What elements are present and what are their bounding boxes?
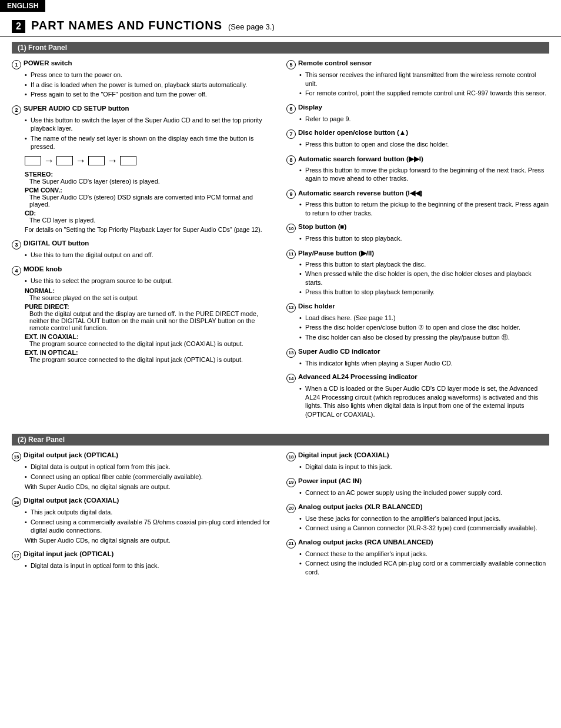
pcm-label: PCM CONV.:: [25, 187, 62, 194]
item-analog-rca: 21 Analog output jacks (RCA UNBALANCED) …: [286, 538, 549, 577]
item-display: 6 Display Refer to page 9.: [286, 104, 549, 124]
mode-knob-bullets: Use this to select the program source to…: [25, 277, 275, 285]
stereo-diagram: → → →: [25, 155, 262, 167]
item-num-6: 6: [286, 104, 296, 114]
item-num-17: 17: [12, 551, 21, 560]
front-panel-content: 1 POWER switch Press once to turn the po…: [12, 59, 549, 424]
item-search-forward: 8 Automatic search forward button (▶▶I) …: [286, 155, 549, 183]
item-stop-btn: 10 Stop button (■) Press this button to …: [286, 223, 549, 243]
display-title: Display: [298, 104, 322, 111]
item-disc-holder: 12 Disc holder Load discs here. (See pag…: [286, 302, 549, 342]
cd-label: CD:: [25, 210, 36, 217]
item-analog-xlr: 20 Analog output jacks (XLR BALANCED) Us…: [286, 503, 549, 533]
rear-panel-content: 15 Digital output jack (OPTICAL) Digital…: [12, 451, 549, 582]
item-num-1: 1: [12, 60, 21, 69]
bullet: Use this button to switch the layer of t…: [25, 116, 275, 133]
do-coaxial-note: With Super Audio CDs, no digital signals…: [25, 536, 275, 545]
item-num-9: 9: [286, 190, 296, 199]
item-num-3: 3: [12, 240, 21, 250]
analog-xlr-title: Analog output jacks (XLR BALANCED): [298, 503, 422, 510]
sacd-indicator-title: Super Audio CD indicator: [298, 348, 380, 355]
search-forward-title: Automatic search forward button (▶▶I): [298, 155, 423, 163]
rear-panel-right: 18 Digital input jack (COAXIAL) Digital …: [286, 451, 549, 582]
al24-indicator-title: Advanced AL24 Processing indicator: [298, 373, 418, 380]
do-coaxial-title: Digital output jack (COAXIAL): [24, 497, 119, 504]
bullet: Use this to select the program source to…: [25, 277, 275, 285]
do-optical-title: Digital output jack (OPTICAL): [24, 451, 118, 458]
item-mode-knob: 4 MODE knob Use this to select the progr…: [12, 265, 275, 364]
page-header: 2 PART NAMES AND FUNCTIONS (See page 3.): [0, 12, 561, 37]
item-remote-sensor: 5 Remote control sensor This sensor rece…: [286, 59, 549, 98]
di-optical-title: Digital input jack (OPTICAL): [24, 550, 113, 557]
item-digital-in-optical: 17 Digital input jack (OPTICAL) Digital …: [12, 550, 275, 570]
page-title: PART NAMES AND FUNCTIONS: [31, 19, 222, 32]
front-panel-right: 5 Remote control sensor This sensor rece…: [286, 59, 549, 424]
sacd-setup-title: SUPER AUDIO CD SETUP button: [24, 105, 129, 112]
item-play-pause: 11 Play/Pause button (▶/II) Press this b…: [286, 249, 549, 297]
item-num-11: 11: [286, 250, 296, 259]
bullet: If a disc is loaded when the power is tu…: [25, 81, 275, 89]
item-num-21: 21: [286, 539, 296, 549]
bullet: The name of the newly set layer is shown…: [25, 134, 275, 151]
analog-rca-title: Analog output jacks (RCA UNBALANCED): [298, 538, 433, 546]
see-page-ref: (See page 3.): [228, 22, 275, 31]
item-num-19: 19: [286, 478, 296, 487]
item-sacd-indicator: 13 Super Audio CD indicator This indicat…: [286, 348, 549, 368]
stereo-label: STEREO:: [25, 171, 53, 178]
item-num-2: 2: [12, 105, 21, 115]
disc-holder-btn-title: Disc holder open/close button (▲): [298, 129, 408, 136]
rear-panel-left: 15 Digital output jack (OPTICAL) Digital…: [12, 451, 275, 582]
search-reverse-title: Automatic search reverse button (I◀◀): [298, 189, 423, 197]
item-power-input: 19 Power input (AC IN) Connect to an AC …: [286, 477, 549, 497]
bullet: Press once to turn the power on.: [25, 71, 275, 79]
rear-panel-header: (2) Rear Panel: [12, 434, 549, 446]
bullet: Use this to turn the digital output on a…: [25, 251, 275, 260]
item-power-switch: 1 POWER switch Press once to turn the po…: [12, 59, 275, 99]
di-coaxial-title: Digital input jack (COAXIAL): [298, 451, 389, 458]
disc-holder-title: Disc holder: [298, 302, 335, 310]
item-num-12: 12: [286, 303, 296, 313]
item-num-18: 18: [286, 452, 296, 461]
cd-text: The CD layer is played.: [29, 217, 275, 224]
item-digital-out-optical: 15 Digital output jack (OPTICAL) Digital…: [12, 451, 275, 491]
item-num-10: 10: [286, 224, 296, 233]
rear-panel-section: (2) Rear Panel 15 Digital output jack (O…: [12, 434, 549, 582]
main-content: (1) Front Panel 1 POWER switch Press onc…: [0, 42, 561, 582]
power-switch-bullets: Press once to turn the power on. If a di…: [25, 71, 275, 99]
english-tab: ENGLISH: [0, 0, 561, 12]
stereo-text: The Super Audio CD's layer (stereo) is p…: [29, 178, 275, 185]
play-pause-title: Play/Pause button (▶/II): [298, 249, 374, 257]
digital-out-bullets: Use this to turn the digital output on a…: [25, 251, 275, 260]
item-num-4: 4: [12, 266, 21, 275]
item-num-16: 16: [12, 497, 21, 507]
front-panel-header: (1) Front Panel: [12, 42, 549, 54]
item-search-reverse: 9 Automatic search reverse button (I◀◀) …: [286, 189, 549, 217]
pcm-text: The Super Audio CD's (stereo) DSD signal…: [29, 194, 275, 208]
bullet: Press again to set to the "OFF" position…: [25, 90, 275, 99]
sacd-setup-bullets: Use this button to switch the layer of t…: [25, 116, 275, 151]
item-num-14: 14: [286, 374, 296, 383]
mode-knob-title: MODE knob: [24, 265, 62, 272]
remote-sensor-title: Remote control sensor: [298, 59, 372, 67]
section-number: 2: [12, 20, 25, 33]
power-input-title: Power input (AC IN): [298, 477, 362, 484]
stop-btn-title: Stop button (■): [298, 223, 346, 230]
item-digital-out-coaxial: 16 Digital output jack (COAXIAL) This ja…: [12, 497, 275, 544]
item-sacd-setup: 2 SUPER AUDIO CD SETUP button Use this b…: [12, 105, 275, 234]
item-al24-indicator: 14 Advanced AL24 Processing indicator Wh…: [286, 373, 549, 418]
digital-out-title: DIGITAL OUT button: [24, 240, 89, 247]
front-panel-left: 1 POWER switch Press once to turn the po…: [12, 59, 275, 424]
do-optical-note: With Super Audio CDs, no digital signals…: [25, 483, 275, 491]
item-num-15: 15: [12, 452, 21, 461]
item-disc-holder-btn: 7 Disc holder open/close button (▲) Pres…: [286, 129, 549, 149]
item-num-13: 13: [286, 348, 296, 358]
sacd-sub-sections: STEREO: The Super Audio CD's layer (ster…: [25, 171, 275, 224]
item-num-7: 7: [286, 129, 296, 139]
power-switch-title: POWER switch: [24, 59, 72, 67]
item-digital-out: 3 DIGITAL OUT button Use this to turn th…: [12, 240, 275, 260]
item-num-20: 20: [286, 504, 296, 513]
item-num-5: 5: [286, 60, 296, 69]
mode-sub-sections: NORMAL: The source played on the set is …: [25, 287, 275, 363]
item-num-8: 8: [286, 155, 296, 165]
item-digital-in-coaxial: 18 Digital input jack (COAXIAL) Digital …: [286, 451, 549, 471]
